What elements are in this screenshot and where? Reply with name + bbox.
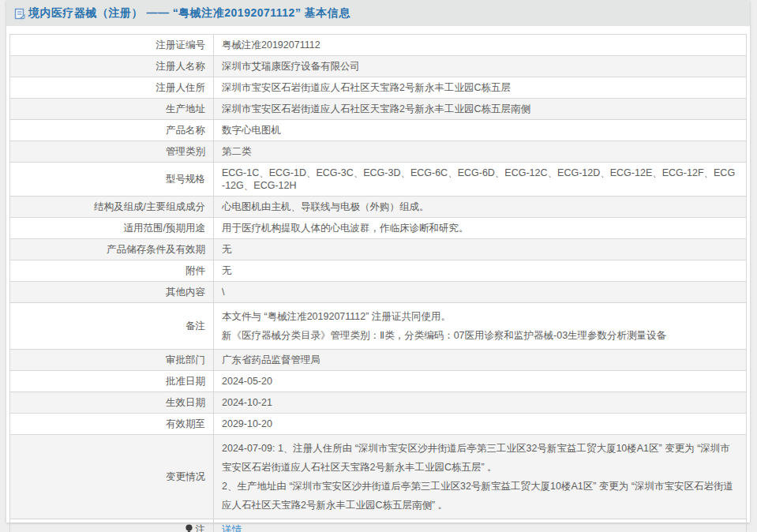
row-value-line: 深圳市宝安区石岩街道应人石社区天宝路2号新永丰工业园C栋五层	[222, 81, 738, 94]
row-value: 广东省药品监督管理局	[214, 350, 747, 371]
table-row: 注册证编号粤械注准20192071112	[10, 35, 747, 56]
row-label: 管理类别	[10, 141, 214, 163]
row-label: 附件	[10, 260, 214, 282]
table-row: 其他内容\	[10, 282, 747, 303]
row-value: 第二类	[214, 141, 747, 163]
row-value-line: 第二类	[222, 145, 738, 158]
row-label: 注	[10, 519, 214, 532]
table-row: 附件无	[10, 260, 747, 282]
row-value: \	[214, 282, 747, 303]
row-value: 2024-05-20	[214, 371, 747, 392]
row-value: 详情	[214, 519, 747, 532]
row-value-line: 无	[222, 243, 738, 256]
table-row: 注册人住所深圳市宝安区石岩街道应人石社区天宝路2号新永丰工业园C栋五层	[10, 77, 747, 99]
row-label: 变更情况	[10, 435, 214, 519]
table-row: 管理类别第二类	[10, 141, 747, 163]
row-value: 数字心电图机	[214, 120, 747, 141]
row-value: 2024-10-21	[214, 392, 747, 414]
row-value: 粤械注准20192071112	[214, 35, 747, 56]
row-value: 心电图机由主机、导联线与电极（外购）组成。	[214, 197, 747, 218]
table-row: 变更情况2024-07-09: 1、注册人住所由 “深圳市宝安区沙井街道后亭第三…	[10, 435, 747, 519]
row-label: 注册人名称	[10, 56, 214, 77]
row-value-line: 2024-10-21	[222, 396, 738, 409]
table-row: 审批部门广东省药品监督管理局	[10, 350, 747, 371]
row-value-line: 深圳市艾瑞康医疗设备有限公司	[222, 60, 738, 73]
row-value-line: 深圳市宝安区石岩街道应人石社区天宝路2号新永丰工业园C栋五层南侧	[222, 103, 738, 115]
info-panel: 注册证编号粤械注准20192071112注册人名称深圳市艾瑞康医疗设备有限公司注…	[6, 26, 750, 523]
table-row: 批准日期2024-05-20	[10, 371, 747, 392]
row-value-line: 新《医疗器械分类目录》管理类别：Ⅱ类，分类编码：07医用诊察和监护器械-03生理…	[222, 326, 738, 345]
row-value-line: 2、生产地址由 “深圳市宝安区沙井街道后亭第三工业区32号新宝益工贸大厦10楼A…	[222, 477, 738, 515]
details-link[interactable]: 详情	[222, 524, 242, 532]
page-header: 境内医疗器械（注册） —— “粤械注准20192071112” 基本信息	[6, 0, 750, 26]
row-value: 2024-07-09: 1、注册人住所由 “深圳市宝安区沙井街道后亭第三工业区3…	[214, 435, 747, 519]
row-value: ECG-1C、ECG-1D、ECG-3C、ECG-3D、ECG-6C、ECG-6…	[214, 163, 747, 197]
row-label: 型号规格	[10, 163, 214, 197]
row-value: 深圳市宝安区石岩街道应人石社区天宝路2号新永丰工业园C栋五层南侧	[214, 99, 747, 120]
content-container: 境内医疗器械（注册） —— “粤械注准20192071112” 基本信息 注册证…	[6, 0, 750, 523]
row-label: 注册人住所	[10, 77, 214, 99]
registration-info-table: 注册证编号粤械注准20192071112注册人名称深圳市艾瑞康医疗设备有限公司注…	[9, 34, 747, 532]
row-value-line: 2024-05-20	[222, 375, 738, 388]
row-label: 批准日期	[10, 371, 214, 392]
info-table-body: 注册证编号粤械注准20192071112注册人名称深圳市艾瑞康医疗设备有限公司注…	[10, 35, 747, 532]
row-value: 用于医疗机构提取人体的心电波群，作临床诊断和研究。	[214, 218, 747, 239]
row-value-line: 粤械注准20192071112	[222, 39, 738, 51]
row-label: 适用范围/预期用途	[10, 218, 214, 239]
row-value: 深圳市艾瑞康医疗设备有限公司	[214, 56, 747, 77]
row-value-line: 用于医疗机构提取人体的心电波群，作临床诊断和研究。	[222, 222, 738, 234]
row-value: 无	[214, 239, 747, 260]
row-value-line: ECG-1C、ECG-1D、ECG-3C、ECG-3D、ECG-6C、ECG-6…	[222, 167, 738, 192]
row-label: 结构及组成/主要组成成分	[10, 197, 214, 218]
table-row: 产品储存条件及有效期无	[10, 239, 747, 260]
table-row: 型号规格ECG-1C、ECG-1D、ECG-3C、ECG-3D、ECG-6C、E…	[10, 163, 747, 197]
row-label: 有效期至	[10, 414, 214, 435]
row-value-line: 2024-07-09: 1、注册人住所由 “深圳市宝安区沙井街道后亭第三工业区3…	[222, 439, 738, 477]
page-title: 境内医疗器械（注册） —— “粤械注准20192071112” 基本信息	[28, 6, 350, 21]
table-row: 结构及组成/主要组成成分心电图机由主机、导联线与电极（外购）组成。	[10, 197, 747, 218]
row-value-line: 2029-10-20	[222, 418, 738, 430]
document-icon	[14, 8, 25, 20]
row-label: 审批部门	[10, 350, 214, 371]
row-value-line: 广东省药品监督管理局	[222, 354, 738, 366]
row-label: 备注	[10, 303, 214, 350]
table-row: 生效日期2024-10-21	[10, 392, 747, 414]
row-value: 无	[214, 260, 747, 282]
table-row: 备注本文件与 “粤械注准20192071112” 注册证共同使用。新《医疗器械分…	[10, 303, 747, 350]
row-value: 深圳市宝安区石岩街道应人石社区天宝路2号新永丰工业园C栋五层	[214, 77, 747, 99]
row-label: 其他内容	[10, 282, 214, 303]
table-row: 有效期至2029-10-20	[10, 414, 747, 435]
row-value-line: 无	[222, 264, 738, 277]
row-value-line: 心电图机由主机、导联线与电极（外购）组成。	[222, 200, 738, 213]
table-row: 生产地址深圳市宝安区石岩街道应人石社区天宝路2号新永丰工业园C栋五层南侧	[10, 99, 747, 120]
row-label: 生产地址	[10, 99, 214, 120]
row-value-line: 数字心电图机	[222, 124, 738, 137]
lightbulb-icon	[185, 524, 193, 532]
row-value: 本文件与 “粤械注准20192071112” 注册证共同使用。新《医疗器械分类目…	[214, 303, 747, 350]
row-label: 产品储存条件及有效期	[10, 239, 214, 260]
table-row: 注详情	[10, 519, 747, 532]
row-value-line: \	[222, 286, 738, 298]
row-value-line: 本文件与 “粤械注准20192071112” 注册证共同使用。	[222, 307, 738, 326]
row-label: 生效日期	[10, 392, 214, 414]
table-row: 适用范围/预期用途用于医疗机构提取人体的心电波群，作临床诊断和研究。	[10, 218, 747, 239]
row-label: 注册证编号	[10, 35, 214, 56]
row-value: 2029-10-20	[214, 414, 747, 435]
table-row: 产品名称数字心电图机	[10, 120, 747, 141]
row-label: 产品名称	[10, 120, 214, 141]
table-row: 注册人名称深圳市艾瑞康医疗设备有限公司	[10, 56, 747, 77]
